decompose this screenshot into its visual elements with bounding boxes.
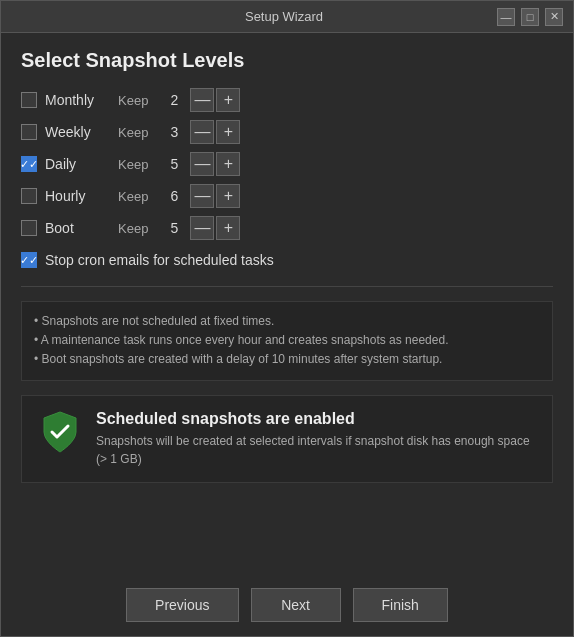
cron-label: Stop cron emails for scheduled tasks [45,252,274,268]
daily-label: Daily [45,156,110,172]
previous-button[interactable]: Previous [126,588,238,622]
monthly-checkbox[interactable] [21,92,37,108]
monthly-label: Monthly [45,92,110,108]
hourly-label: Hourly [45,188,110,204]
weekly-checkbox[interactable] [21,124,37,140]
info-line: • Snapshots are not scheduled at fixed t… [34,312,540,331]
maximize-button[interactable]: □ [521,8,539,26]
daily-increment-button[interactable]: + [216,152,240,176]
boot-decrement-button[interactable]: — [190,216,214,240]
shield-icon [38,410,82,457]
snapshot-row-daily: ✓DailyKeep5—+ [21,152,553,176]
snapshot-row-monthly: MonthlyKeep2—+ [21,88,553,112]
titlebar: Setup Wizard — □ ✕ [1,1,573,33]
window-controls: — □ ✕ [497,8,563,26]
status-text: Scheduled snapshots are enabled Snapshot… [96,410,536,468]
daily-keep-label: Keep [118,157,148,172]
boot-increment-button[interactable]: + [216,216,240,240]
boot-keep-label: Keep [118,221,148,236]
boot-checkbox[interactable] [21,220,37,236]
window-title: Setup Wizard [71,9,497,24]
weekly-value-control: 3—+ [160,120,240,144]
boot-value: 5 [160,220,188,236]
hourly-value: 6 [160,188,188,204]
snapshot-row-weekly: WeeklyKeep3—+ [21,120,553,144]
boot-value-control: 5—+ [160,216,240,240]
snapshot-rows: MonthlyKeep2—+WeeklyKeep3—+✓DailyKeep5—+… [21,88,553,248]
finish-button[interactable]: Finish [353,588,448,622]
snapshot-row-boot: BootKeep5—+ [21,216,553,240]
boot-label: Boot [45,220,110,236]
info-line: • A maintenance task runs once every hou… [34,331,540,350]
setup-wizard-window: Setup Wizard — □ ✕ Select Snapshot Level… [0,0,574,637]
status-description: Snapshots will be created at selected in… [96,432,536,468]
cron-checkbox[interactable]: ✓ [21,252,37,268]
info-box: • Snapshots are not scheduled at fixed t… [21,301,553,381]
hourly-checkbox[interactable] [21,188,37,204]
weekly-increment-button[interactable]: + [216,120,240,144]
main-content: Select Snapshot Levels MonthlyKeep2—+Wee… [1,33,573,578]
weekly-keep-label: Keep [118,125,148,140]
daily-value: 5 [160,156,188,172]
monthly-keep-label: Keep [118,93,148,108]
weekly-decrement-button[interactable]: — [190,120,214,144]
hourly-keep-label: Keep [118,189,148,204]
status-title: Scheduled snapshots are enabled [96,410,536,428]
monthly-decrement-button[interactable]: — [190,88,214,112]
daily-checkbox[interactable]: ✓ [21,156,37,172]
weekly-value: 3 [160,124,188,140]
next-button[interactable]: Next [251,588,341,622]
cron-row: ✓ Stop cron emails for scheduled tasks [21,252,553,268]
close-button[interactable]: ✕ [545,8,563,26]
hourly-value-control: 6—+ [160,184,240,208]
hourly-decrement-button[interactable]: — [190,184,214,208]
weekly-label: Weekly [45,124,110,140]
monthly-increment-button[interactable]: + [216,88,240,112]
status-box: Scheduled snapshots are enabled Snapshot… [21,395,553,483]
snapshot-row-hourly: HourlyKeep6—+ [21,184,553,208]
monthly-value: 2 [160,92,188,108]
monthly-value-control: 2—+ [160,88,240,112]
hourly-increment-button[interactable]: + [216,184,240,208]
info-line: • Boot snapshots are created with a dela… [34,350,540,369]
divider-1 [21,286,553,287]
footer: Previous Next Finish [1,578,573,636]
minimize-button[interactable]: — [497,8,515,26]
page-title: Select Snapshot Levels [21,49,553,72]
daily-decrement-button[interactable]: — [190,152,214,176]
daily-value-control: 5—+ [160,152,240,176]
